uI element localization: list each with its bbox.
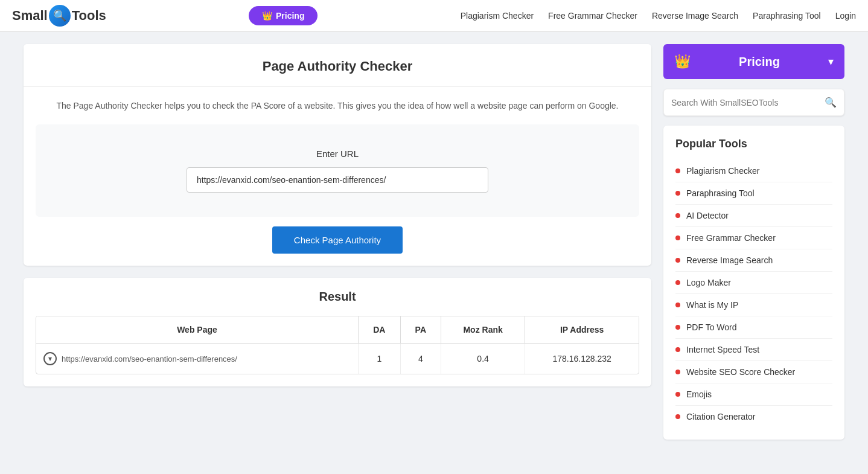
page-layout: Page Authority Checker The Page Authorit… [11,32,857,452]
pricing-btn-label: Pricing [276,11,304,21]
tool-dot-icon [675,325,680,330]
col-header-mozrank: Moz Rank [441,316,525,344]
tool-dot-icon [675,392,680,397]
pricing-widget-header: 👑 Pricing ▾ [663,44,844,79]
popular-tools-card: Popular Tools Plagiarism Checker Paraphr… [663,126,844,440]
pricing-widget: 👑 Pricing ▾ [663,44,844,79]
sidebar-item-plagiarism[interactable]: Plagiarism Checker [675,160,832,182]
pricing-widget-title: Pricing [739,55,780,69]
main-nav: Plagiarism Checker Free Grammar Checker … [461,11,856,21]
result-table-wrapper: Web Page DA PA Moz Rank IP Address [36,316,639,374]
site-header: Small Tools 👑 Pricing Plagiarism Checker… [0,0,868,32]
url-input-label: Enter URL [48,149,627,159]
tool-label: AI Detector [686,211,729,220]
sidebar-item-seo-score[interactable]: Website SEO Score Checker [675,361,832,383]
col-header-pa: PA [400,316,441,344]
cell-webpage: https://evanxid.com/seo-enantion-sem-dif… [36,344,358,374]
result-table: Web Page DA PA Moz Rank IP Address [36,316,639,374]
site-logo: Small Tools [12,5,106,27]
tool-label: Emojis [686,389,712,399]
tool-dot-icon [675,235,680,240]
col-header-da: DA [358,316,400,344]
logo-text-tools: Tools [72,8,106,24]
tool-card: Page Authority Checker The Page Authorit… [24,44,651,266]
tool-title: Page Authority Checker [24,44,651,87]
tool-dot-icon [675,347,680,352]
sidebar-item-emojis[interactable]: Emojis [675,383,832,406]
tool-label: Plagiarism Checker [686,166,759,176]
tool-dot-icon [675,414,680,419]
url-input-section: Enter URL [36,124,639,217]
sidebar-item-reverse-image[interactable]: Reverse Image Search [675,249,832,272]
sidebar-item-ai-detector[interactable]: AI Detector [675,205,832,227]
cell-da: 1 [358,344,400,374]
logo-icon [49,5,71,27]
table-body: https://evanxid.com/seo-enantion-sem-dif… [36,344,639,374]
tool-dot-icon [675,258,680,263]
nav-link-plagiarism[interactable]: Plagiarism Checker [461,11,534,21]
pricing-nav-button[interactable]: 👑 Pricing [249,6,318,25]
tool-label: Free Grammar Checker [686,233,776,243]
col-header-webpage: Web Page [36,316,358,344]
sidebar-item-internet-speed[interactable]: Internet Speed Test [675,339,832,361]
cell-ip: 178.16.128.232 [525,344,639,374]
cell-mozrank: 0.4 [441,344,525,374]
tool-dot-icon [675,303,680,307]
tool-label: Citation Generator [686,412,755,421]
result-title: Result [36,290,639,304]
tool-description: The Page Authority Checker helps you to … [36,99,639,112]
table-header-row: Web Page DA PA Moz Rank IP Address [36,316,639,344]
nav-link-paraphrasing[interactable]: Paraphrasing Tool [753,11,821,21]
col-header-ip: IP Address [525,316,639,344]
tool-dot-icon [675,191,680,196]
tool-card-body: The Page Authority Checker helps you to … [24,87,651,266]
tool-dot-icon [675,370,680,374]
cell-url-text: https://evanxid.com/seo-enantion-sem-dif… [62,354,237,364]
pricing-crown-icon: 👑 [262,11,272,21]
search-button[interactable]: 🔍 [825,97,837,108]
tool-label: PDF To Word [686,322,737,332]
sidebar: 👑 Pricing ▾ 🔍 Popular Tools Plagiarism C… [663,44,844,440]
tool-label: Paraphrasing Tool [686,188,755,198]
tool-label: Website SEO Score Checker [686,367,795,377]
tool-label: Logo Maker [686,278,731,287]
check-page-authority-button[interactable]: Check Page Authority [272,226,403,254]
sidebar-item-pdf-to-word[interactable]: PDF To Word [675,316,832,339]
tool-dot-icon [675,168,680,173]
sidebar-item-citation[interactable]: Citation Generator [675,406,832,428]
tool-label: Internet Speed Test [686,345,759,354]
nav-link-grammar[interactable]: Free Grammar Checker [548,11,637,21]
sidebar-item-whatismyip[interactable]: What is My IP [675,294,832,316]
url-input[interactable] [187,167,488,193]
main-content: Page Authority Checker The Page Authorit… [24,44,651,440]
tool-label: What is My IP [686,300,738,310]
sidebar-item-paraphrasing[interactable]: Paraphrasing Tool [675,182,832,205]
popular-tools-title: Popular Tools [675,138,832,150]
url-cell: https://evanxid.com/seo-enantion-sem-dif… [43,352,351,365]
tool-dot-icon [675,213,680,218]
search-widget: 🔍 [663,89,844,116]
sidebar-item-grammar[interactable]: Free Grammar Checker [675,227,832,249]
pricing-crown-icon: 👑 [674,54,691,69]
tool-label: Reverse Image Search [686,255,773,265]
cell-pa: 4 [400,344,441,374]
nav-link-reverse-image[interactable]: Reverse Image Search [652,11,738,21]
tool-dot-icon [675,280,680,285]
result-section: Result Web Page DA PA Moz Rank IP Addres… [24,278,651,386]
sidebar-item-logo-maker[interactable]: Logo Maker [675,272,832,294]
pricing-chevron-icon[interactable]: ▾ [828,55,834,68]
chevron-down-icon[interactable] [43,352,57,365]
table-row: https://evanxid.com/seo-enantion-sem-dif… [36,344,639,374]
search-input[interactable] [671,98,820,107]
table-header: Web Page DA PA Moz Rank IP Address [36,316,639,344]
logo-text-small: Small [12,8,48,24]
nav-link-login[interactable]: Login [835,11,856,21]
